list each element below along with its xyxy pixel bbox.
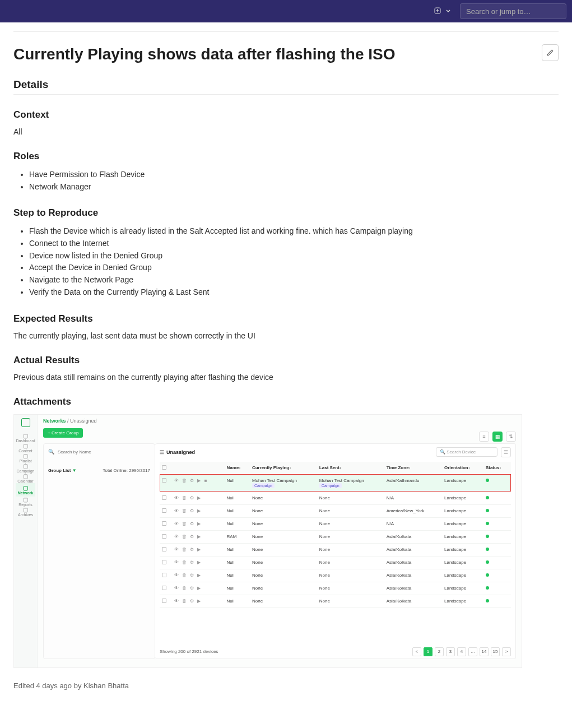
issue-content: Currently Playing shows data after flash… bbox=[0, 22, 572, 703]
list-toggle-icon: ☰ bbox=[501, 447, 511, 457]
chevron-down-icon[interactable] bbox=[445, 6, 451, 16]
steps-list: Flash the Device which is already listed… bbox=[13, 225, 559, 298]
roles-list: Have Permission to Flash DeviceNetwork M… bbox=[13, 169, 559, 193]
actual-text: Previous data still remains on the curre… bbox=[13, 373, 559, 382]
list-item: Verify the Data on the Currently Playing… bbox=[29, 286, 559, 299]
att-sidebar: ▢Dashboard▢Content▢Playlist▢Campaign▢Cal… bbox=[14, 415, 38, 667]
att-nav-item: ▢Dashboard bbox=[16, 433, 35, 443]
page-button: 15 bbox=[491, 647, 500, 656]
expected-heading: Expected Results bbox=[13, 313, 559, 324]
page-button: 14 bbox=[480, 647, 489, 656]
group-search-input bbox=[57, 447, 150, 457]
context-value: All bbox=[13, 127, 559, 136]
list-item: Connect to the Internet bbox=[29, 238, 559, 250]
showing-count: Showing 200 of 2921 devices bbox=[160, 649, 218, 654]
table-row: 👁 🗑 ⚙ ▶NullNoneNoneAsia/KolkataLandscape bbox=[160, 543, 511, 556]
table-header bbox=[160, 462, 172, 475]
topbar bbox=[0, 0, 572, 22]
pencil-icon bbox=[546, 49, 554, 57]
table-header: Orientation↕ bbox=[442, 462, 483, 475]
page-button: … bbox=[468, 647, 477, 656]
device-search-input: 🔍 Search Device bbox=[436, 447, 497, 457]
pager: <1234…1415> bbox=[412, 647, 511, 656]
table-header: Status↕ bbox=[483, 462, 511, 475]
att-nav-item: ▢Archives bbox=[16, 507, 35, 517]
attachments-heading: Attachments bbox=[13, 396, 559, 407]
att-nav-item: ▢Content bbox=[16, 443, 35, 453]
create-group-button: + Create Group bbox=[43, 428, 83, 438]
table-header bbox=[172, 462, 225, 475]
table-row: 👁 🗑 ⚙ ▶NullNoneNoneAsia/KolkataLandscape bbox=[160, 569, 511, 582]
attachment-screenshot[interactable]: ▢Dashboard▢Content▢Playlist▢Campaign▢Cal… bbox=[13, 414, 522, 668]
table-row: 👁 🗑 ⚙ ▶NullNoneNoneN/ALandscape bbox=[160, 491, 511, 504]
expected-text: The currently playing, last sent data mu… bbox=[13, 331, 559, 340]
plus-icon[interactable] bbox=[434, 6, 441, 16]
topbar-actions bbox=[434, 6, 451, 16]
list-view-icon: ≡ bbox=[479, 432, 489, 442]
details-heading: Details bbox=[13, 78, 559, 95]
att-nav-item: ▢Playlist bbox=[16, 453, 35, 463]
breadcrumb-root: Networks bbox=[43, 418, 66, 424]
table-row: 👁 🗑 ⚙ ▶NullNoneNoneAmerica/New_YorkLands… bbox=[160, 504, 511, 517]
filter-icon: ⇅ bbox=[506, 432, 516, 442]
list-item: Device now listed in the Denied Group bbox=[29, 250, 559, 262]
att-group-panel: 🔍 Group List ▼ Total Online: 2996/3017 bbox=[43, 443, 155, 659]
table-header: Time Zone↕ bbox=[384, 462, 442, 475]
att-logo-icon bbox=[21, 418, 30, 427]
table-row: 👁 🗑 ⚙ ▶NullNoneNoneAsia/KolkataLandscape bbox=[160, 582, 511, 595]
att-nav-item: ▢Campaign bbox=[16, 463, 35, 473]
device-table: Name↕Currently Playing↕Last Sent↕Time Zo… bbox=[160, 462, 511, 608]
table-header: Last Sent↕ bbox=[317, 462, 384, 475]
page-button: 3 bbox=[446, 647, 455, 656]
page-button: 2 bbox=[435, 647, 444, 656]
att-nav-item: ▢Calendar bbox=[16, 473, 35, 483]
page-button: 4 bbox=[457, 647, 466, 656]
table-row: 👁 🗑 ⚙ ▶NullNoneNoneN/ALandscape bbox=[160, 517, 511, 530]
page-button: > bbox=[502, 647, 511, 656]
table-row: 👁 🗑 ⚙ ▶NullNoneNoneAsia/KolkataLandscape bbox=[160, 595, 511, 608]
att-nav-item: ▢Reports bbox=[16, 497, 35, 507]
edited-line: Edited 4 days ago by Kishan Bhatta bbox=[13, 681, 559, 690]
steps-heading: Step to Reproduce bbox=[13, 207, 559, 219]
list-item: Flash the Device which is already listed… bbox=[29, 225, 559, 238]
att-nav-item: ▢Network bbox=[16, 483, 35, 497]
breadcrumb-leaf: Unassigned bbox=[70, 418, 97, 424]
att-main: Networks / Unassigned + Create Group ≡ ▦… bbox=[38, 415, 522, 667]
att-device-panel: ☰Unassigned 🔍 Search Device ☰ Name↕Curre… bbox=[155, 443, 516, 659]
list-item: Accept the Device in Denied Group bbox=[29, 262, 559, 274]
actual-heading: Actual Results bbox=[13, 355, 559, 366]
grid-view-icon: ▦ bbox=[492, 432, 503, 442]
list-item: Navigate to the Network Page bbox=[29, 274, 559, 286]
list-item: Have Permission to Flash Device bbox=[29, 169, 559, 181]
sort-icon: ▼ bbox=[72, 468, 77, 473]
roles-heading: Roles bbox=[13, 151, 559, 162]
context-heading: Context bbox=[13, 109, 559, 120]
table-row: 👁 🗑 ⚙ ▶RAMNoneNoneAsia/KolkataLandscape bbox=[160, 530, 511, 543]
table-header: Name↕ bbox=[225, 462, 250, 475]
edit-button[interactable] bbox=[542, 44, 559, 61]
list-item: Network Manager bbox=[29, 181, 559, 193]
breadcrumb-sep: / bbox=[66, 418, 71, 424]
issue-title: Currently Playing shows data after flash… bbox=[13, 44, 395, 64]
table-row: 👁 🗑 ⚙ ▶ ■NullMohan Test CampaignCampaign… bbox=[160, 474, 511, 491]
att-breadcrumb: Networks / Unassigned bbox=[43, 418, 516, 424]
search-input[interactable] bbox=[460, 3, 566, 19]
page-button: < bbox=[412, 647, 421, 656]
unassigned-label: Unassigned bbox=[166, 449, 195, 455]
table-header: Currently Playing↕ bbox=[250, 462, 317, 475]
table-row: 👁 🗑 ⚙ ▶NullNoneNoneAsia/KolkataLandscape bbox=[160, 556, 511, 569]
att-view-toggle: ≡ ▦ ⇅ bbox=[479, 432, 516, 442]
page-button: 1 bbox=[424, 647, 433, 656]
total-online-label: Total Online: 2996/3017 bbox=[103, 468, 150, 473]
group-list-label: Group List bbox=[48, 468, 71, 473]
